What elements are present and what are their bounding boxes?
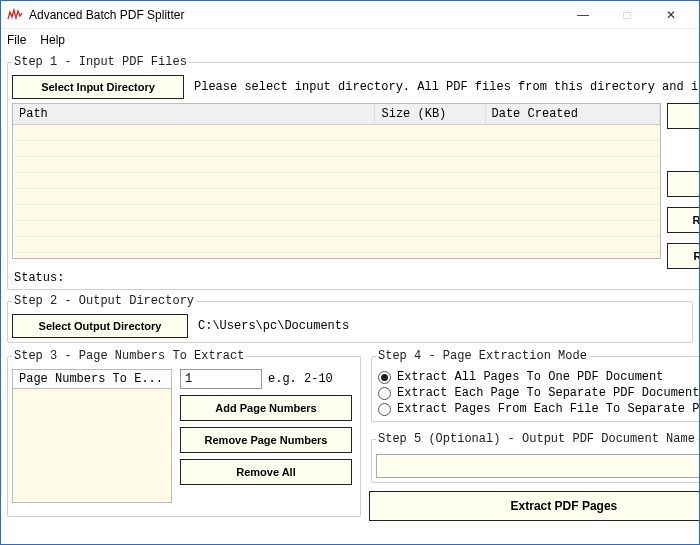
col-path[interactable]: Path xyxy=(13,104,375,124)
radio-icon xyxy=(378,387,391,400)
remove-page-numbers-button[interactable]: Remove Page Numbers xyxy=(180,427,352,453)
step5-legend: Step 5 (Optional) - Output PDF Document … xyxy=(376,432,697,446)
radio-label: Extract Pages From Each File To Separate… xyxy=(397,402,700,416)
page-numbers-list-header[interactable]: Page Numbers To E... xyxy=(12,369,172,389)
extract-pdf-pages-button[interactable]: Extract PDF Pages xyxy=(369,491,700,521)
minimize-button[interactable]: — xyxy=(561,5,605,25)
add-page-numbers-button[interactable]: Add Page Numbers xyxy=(180,395,352,421)
step5-group: Step 5 (Optional) - Output PDF Document … xyxy=(371,432,700,483)
page-numbers-hint: e.g. 2-10 xyxy=(268,372,333,386)
step3-legend: Step 3 - Page Numbers To Extract xyxy=(12,349,246,363)
radio-extract-each[interactable]: Extract Each Page To Separate PDF Docume… xyxy=(376,385,700,401)
file-grid[interactable]: Path Size (KB) Date Created xyxy=(12,103,661,259)
table-row xyxy=(13,189,660,205)
step4-legend: Step 4 - Page Extraction Mode xyxy=(376,349,589,363)
col-size[interactable]: Size (KB) xyxy=(375,104,485,124)
close-button[interactable]: ✕ xyxy=(649,5,693,25)
menubar: File Help xyxy=(1,29,699,51)
grid-header: Path Size (KB) Date Created xyxy=(13,104,660,125)
output-name-input[interactable] xyxy=(376,454,700,478)
menu-help[interactable]: Help xyxy=(40,33,65,47)
step2-group: Step 2 - Output Directory Select Output … xyxy=(7,294,693,343)
select-output-directory-button[interactable]: Select Output Directory xyxy=(12,314,188,338)
step1-hint: Please select input directory. All PDF f… xyxy=(194,80,700,94)
page-numbers-list[interactable] xyxy=(12,389,172,503)
radio-extract-all[interactable]: Extract All Pages To One PDF Document xyxy=(376,369,700,385)
radio-extract-from-each[interactable]: Extract Pages From Each File To Separate… xyxy=(376,401,700,417)
page-numbers-input[interactable] xyxy=(180,369,262,389)
select-input-directory-button[interactable]: Select Input Directory xyxy=(12,75,184,99)
output-path: C:\Users\pc\Documents xyxy=(198,319,349,333)
table-row xyxy=(13,205,660,221)
status-label: Status: xyxy=(12,269,700,285)
window-title: Advanced Batch PDF Splitter xyxy=(29,8,561,22)
step3-group: Step 3 - Page Numbers To Extract Page Nu… xyxy=(7,349,361,517)
radio-label: Extract Each Page To Separate PDF Docume… xyxy=(397,386,699,400)
menu-file[interactable]: File xyxy=(7,33,26,47)
radio-label: Extract All Pages To One PDF Document xyxy=(397,370,663,384)
remove-pdf-file-button[interactable]: Remove PDF File xyxy=(667,207,700,233)
table-row xyxy=(13,157,660,173)
maximize-button[interactable]: □ xyxy=(605,5,649,25)
col-date[interactable]: Date Created xyxy=(486,104,661,124)
table-row xyxy=(13,237,660,253)
remove-all-files-button[interactable]: Remove All Files xyxy=(667,243,700,269)
table-row xyxy=(13,141,660,157)
remove-all-page-numbers-button[interactable]: Remove All xyxy=(180,459,352,485)
radio-icon xyxy=(378,371,391,384)
app-icon xyxy=(7,7,23,23)
step2-legend: Step 2 - Output Directory xyxy=(12,294,196,308)
step1-legend: Step 1 - Input PDF Files xyxy=(12,55,189,69)
table-row xyxy=(13,221,660,237)
titlebar: Advanced Batch PDF Splitter — □ ✕ xyxy=(1,1,699,29)
step4-group: Step 4 - Page Extraction Mode Extract Al… xyxy=(371,349,700,422)
table-row xyxy=(13,125,660,141)
step1-group: Step 1 - Input PDF Files Select Input Di… xyxy=(7,55,700,290)
table-row xyxy=(13,173,660,189)
add-pdf-file-button[interactable]: Add PDF File xyxy=(667,171,700,197)
populate-grid-button[interactable]: Populate Grid xyxy=(667,103,700,129)
radio-icon xyxy=(378,403,391,416)
grid-body xyxy=(13,125,660,258)
